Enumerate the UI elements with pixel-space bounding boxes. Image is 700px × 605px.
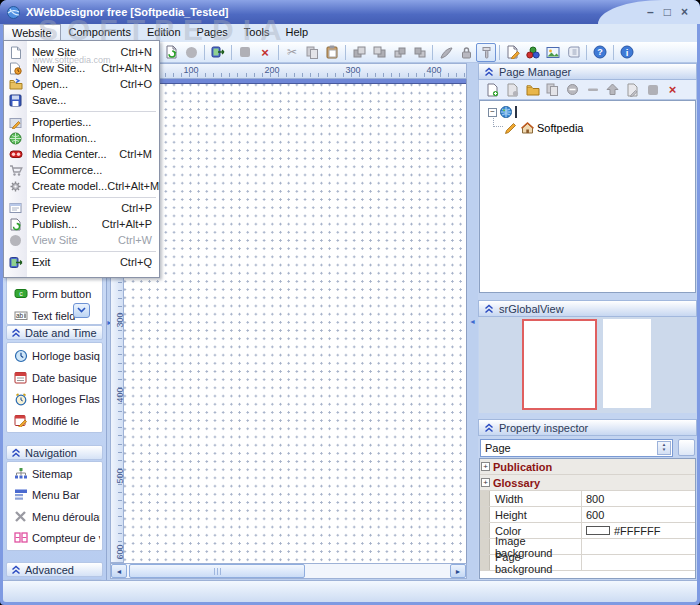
publish-icon[interactable] bbox=[161, 43, 181, 62]
shapes-icon[interactable] bbox=[523, 43, 543, 62]
palette-item-date-basique[interactable]: Date basique bbox=[10, 368, 100, 387]
paste-icon[interactable] bbox=[322, 43, 342, 62]
palette-item-horloges-flash[interactable]: Horloges Flash bbox=[10, 389, 100, 408]
add-page-icon[interactable] bbox=[504, 81, 521, 98]
title-bar[interactable]: XWebDesignor free [Softpedia_Tested] – □… bbox=[0, 0, 700, 24]
copy-page-icon[interactable] bbox=[544, 81, 561, 98]
category-row-publication[interactable]: + Publication bbox=[480, 459, 695, 475]
maximize-button[interactable]: □ bbox=[664, 6, 671, 18]
tree-collapse-icon[interactable]: − bbox=[488, 108, 497, 117]
menu-item-exit[interactable]: Exit Ctrl+Q bbox=[4, 254, 159, 270]
menu-item-open[interactable]: Open... Ctrl+O bbox=[4, 76, 159, 92]
menu-item-media-center[interactable]: Media Center... Ctrl+M bbox=[4, 146, 159, 162]
bring-to-front-icon[interactable] bbox=[349, 43, 369, 62]
menu-item-properties[interactable]: Properties... bbox=[4, 114, 159, 130]
bring-forward-icon[interactable] bbox=[389, 43, 409, 62]
palette-scroll-down-button[interactable] bbox=[73, 303, 90, 318]
menu-item-new-site-wizard[interactable]: New Site... Ctrl+Alt+N bbox=[4, 60, 159, 76]
remove-icon[interactable] bbox=[564, 81, 581, 98]
menu-item-create-model[interactable]: Create model... Ctrl+Alt+M bbox=[4, 178, 159, 194]
menu-help[interactable]: Help bbox=[277, 24, 316, 42]
page-tree[interactable]: − Softpedia bbox=[479, 100, 696, 293]
copy-icon[interactable] bbox=[302, 43, 322, 62]
selection-tool-icon[interactable] bbox=[476, 43, 496, 62]
category-row-glossary[interactable]: + Glossary bbox=[480, 475, 695, 491]
help-icon[interactable]: ? bbox=[590, 43, 610, 62]
collapse-chevrons-icon bbox=[484, 423, 494, 433]
send-to-back-icon[interactable] bbox=[369, 43, 389, 62]
menu-pages[interactable]: Pages bbox=[189, 24, 236, 42]
app-window: XWebDesignor free [Softpedia_Tested] – □… bbox=[0, 0, 700, 605]
right-panel: Page Manager bbox=[478, 63, 697, 580]
palette-item-sitemap[interactable]: Sitemap bbox=[10, 464, 100, 483]
sidebar-section-date-and-time[interactable]: Date and Time bbox=[6, 325, 103, 340]
palette-item-horloge-basique[interactable]: Horloge basique bbox=[10, 346, 100, 365]
folder-icon[interactable] bbox=[524, 81, 541, 98]
panel-splitter[interactable]: ◄ bbox=[467, 63, 478, 580]
cut-icon[interactable]: ✂ bbox=[282, 43, 302, 62]
move-up-icon[interactable] bbox=[604, 81, 621, 98]
delete-icon[interactable]: × bbox=[664, 81, 681, 98]
selector-side-button[interactable] bbox=[678, 439, 695, 456]
exit-icon[interactable] bbox=[208, 43, 228, 62]
panel-splitter-arrow-icon[interactable]: ◄ bbox=[469, 318, 476, 325]
scrollbar-thumb[interactable] bbox=[129, 564, 305, 578]
expand-plus-icon[interactable]: + bbox=[481, 478, 490, 487]
text-cursor bbox=[515, 106, 517, 118]
page-manager-header[interactable]: Page Manager bbox=[478, 63, 697, 80]
info-icon[interactable]: i bbox=[617, 43, 637, 62]
close-button[interactable]: × bbox=[681, 6, 688, 18]
toolbar-separator bbox=[231, 45, 232, 60]
page-thumbnail[interactable] bbox=[603, 319, 651, 408]
page-thumbnail-selected[interactable] bbox=[522, 319, 597, 410]
draw-icon[interactable] bbox=[436, 43, 456, 62]
palette-item-modifie-le[interactable]: Modifié le bbox=[10, 411, 100, 430]
design-canvas[interactable] bbox=[124, 79, 467, 563]
spinner-icon[interactable]: ▲▼ bbox=[657, 441, 671, 455]
property-inspector-header[interactable]: Property inspector bbox=[478, 419, 697, 436]
menu-item-save[interactable]: Save... bbox=[4, 92, 159, 108]
menu-item-publish[interactable]: Publish... Ctrl+Alt+P bbox=[4, 216, 159, 232]
tree-node-softpedia[interactable]: Softpedia bbox=[504, 121, 583, 135]
property-row-page-background: Page background bbox=[480, 555, 695, 571]
view-site-icon[interactable] bbox=[181, 43, 201, 62]
global-view-body bbox=[479, 317, 696, 413]
component-group-navigation: Sitemap Menu Bar Menu déroulant bbox=[6, 461, 103, 551]
new-page-icon[interactable] bbox=[484, 81, 501, 98]
palette-item-compteur[interactable]: Compteur de vis bbox=[10, 528, 100, 547]
lock-icon[interactable] bbox=[456, 43, 476, 62]
menu-item-new-site[interactable]: New Site Ctrl+N bbox=[4, 44, 159, 60]
menu-item-preview[interactable]: Preview Ctrl+P bbox=[4, 200, 159, 216]
menu-item-view-site[interactable]: View Site Ctrl+W bbox=[4, 232, 159, 248]
palette-item-menu-deroulant[interactable]: Menu déroulant bbox=[10, 507, 100, 526]
stop-icon[interactable] bbox=[235, 43, 255, 62]
svg-text:i: i bbox=[626, 47, 629, 58]
color-swatch[interactable] bbox=[586, 526, 610, 535]
object-selector[interactable]: Page ▲▼ bbox=[480, 439, 673, 457]
delete-icon[interactable]: × bbox=[255, 43, 275, 62]
global-view-header[interactable]: srGlobalView bbox=[478, 300, 697, 317]
menu-tools[interactable]: Tools bbox=[236, 24, 278, 42]
toolbar-separator bbox=[432, 45, 433, 60]
dash-icon[interactable] bbox=[584, 81, 601, 98]
stop-icon[interactable] bbox=[644, 81, 661, 98]
rename-page-icon[interactable] bbox=[624, 81, 641, 98]
edit-page-icon[interactable] bbox=[503, 43, 523, 62]
menu-item-ecommerce[interactable]: ECommerce... bbox=[4, 162, 159, 178]
properties-icon bbox=[4, 116, 27, 129]
minimize-button[interactable]: – bbox=[647, 6, 654, 18]
canvas-horizontal-scrollbar[interactable]: ◄ ► bbox=[110, 563, 467, 579]
palette-item-form-button[interactable]: c Form button bbox=[10, 284, 100, 303]
tree-root-node[interactable]: − bbox=[488, 105, 517, 119]
sidebar-section-advanced[interactable]: Advanced bbox=[6, 562, 103, 577]
palette-item-menu-bar[interactable]: Menu Bar bbox=[10, 485, 100, 504]
expand-plus-icon[interactable]: + bbox=[481, 462, 490, 471]
send-backward-icon[interactable] bbox=[409, 43, 429, 62]
toolbar-separator bbox=[345, 45, 346, 60]
sidebar-section-navigation[interactable]: Navigation bbox=[6, 445, 103, 460]
menu-item-information[interactable]: Information... bbox=[4, 130, 159, 146]
scroll-left-button[interactable]: ◄ bbox=[111, 564, 127, 578]
scroll-right-button[interactable]: ► bbox=[450, 564, 466, 578]
script-icon[interactable] bbox=[563, 43, 583, 62]
image-icon[interactable] bbox=[543, 43, 563, 62]
